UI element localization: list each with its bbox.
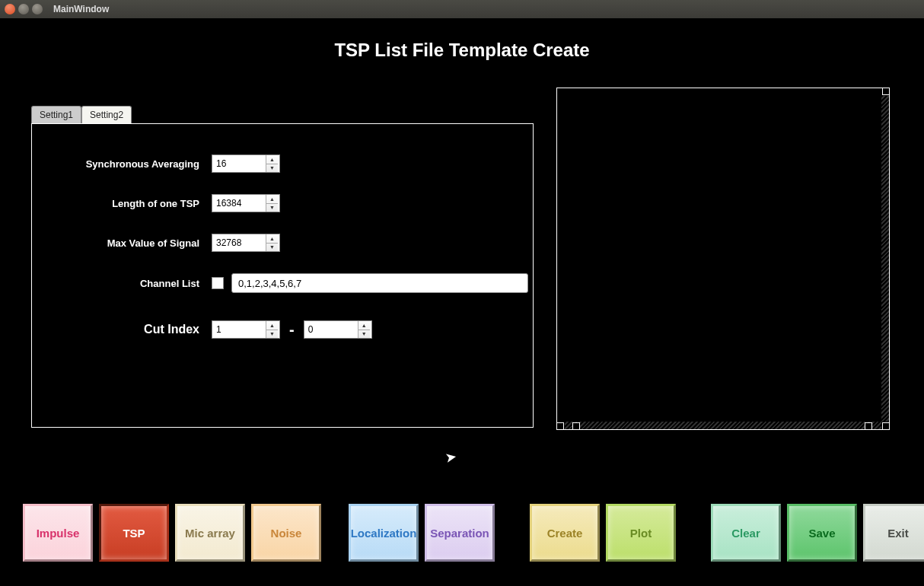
impulse-button[interactable]: Impulse [23, 504, 93, 562]
sync-averaging-spin-down[interactable]: ▼ [266, 164, 278, 173]
resize-handle-bottom-left[interactable] [556, 422, 564, 430]
window-close-button[interactable] [5, 4, 15, 14]
resize-handle-top-right[interactable] [882, 88, 890, 95]
max-signal-spinbox[interactable]: ▲ ▼ [212, 234, 280, 252]
settings-tab-container: Setting1 Setting2 Synchronous Averaging … [31, 106, 534, 428]
sync-averaging-spin-controls: ▲ ▼ [266, 155, 278, 172]
cut-index-start-spin-controls: ▲ ▼ [266, 321, 278, 338]
max-signal-spin-up[interactable]: ▲ [266, 234, 278, 244]
noise-button[interactable]: Noise [251, 504, 321, 562]
row-sync-averaging: Synchronous Averaging ▲ ▼ [32, 154, 533, 173]
tsp-length-label: Length of one TSP [62, 198, 199, 209]
tsp-button[interactable]: TSP [99, 504, 169, 562]
create-button[interactable]: Create [530, 504, 600, 562]
row-tsp-length: Length of one TSP ▲ ▼ [32, 194, 533, 212]
cut-index-end-spin-up[interactable]: ▲ [358, 321, 370, 330]
max-signal-label: Max Value of Signal [62, 237, 199, 249]
cut-index-start-spin-down[interactable]: ▼ [266, 330, 278, 339]
tsp-length-input[interactable] [212, 195, 266, 212]
cut-index-start-input[interactable] [212, 321, 266, 338]
cut-index-separator: - [289, 321, 295, 339]
window-maximize-button[interactable] [32, 4, 43, 14]
channel-list-label: Channel List [62, 278, 199, 289]
mouse-cursor-icon: ➤ [444, 448, 458, 467]
cut-index-start-spinbox[interactable]: ▲ ▼ [212, 320, 280, 339]
tsp-length-spinbox[interactable]: ▲ ▼ [212, 194, 280, 212]
tab-setting1[interactable]: Setting1 [31, 106, 81, 123]
clear-button[interactable]: Clear [711, 504, 781, 562]
tab-setting2[interactable]: Setting2 [81, 106, 132, 123]
sync-averaging-input[interactable] [212, 155, 266, 172]
row-channel-list: Channel List [32, 273, 533, 293]
titlebar: MainWindow [0, 0, 924, 18]
button-gap [501, 504, 524, 562]
row-max-signal: Max Value of Signal ▲ ▼ [32, 234, 533, 252]
cut-index-end-input[interactable] [304, 321, 358, 338]
mic-array-button[interactable]: Mic array [175, 504, 245, 562]
preview-hatching-bottom [565, 422, 881, 429]
tsp-length-spin-down[interactable]: ▼ [266, 204, 278, 212]
preview-hatching-right [881, 96, 889, 422]
exit-button[interactable]: Exit [863, 504, 924, 562]
max-signal-spin-down[interactable]: ▼ [266, 244, 278, 252]
localization-button[interactable]: Localization [349, 504, 419, 562]
settings-panel: Synchronous Averaging ▲ ▼ Length of one … [31, 123, 534, 428]
action-button-row: Impulse TSP Mic array Noise Localization… [23, 504, 924, 562]
cut-index-end-spin-controls: ▲ ▼ [358, 321, 370, 338]
channel-list-checkbox[interactable] [212, 277, 224, 289]
window-minimize-button[interactable] [18, 4, 29, 14]
window-title: MainWindow [53, 4, 109, 14]
row-cut-index: Cut Index ▲ ▼ - ▲ ▼ [32, 320, 533, 339]
resize-handle-bottom-right[interactable] [882, 422, 890, 430]
tab-strip: Setting1 Setting2 [31, 106, 534, 123]
button-gap [682, 504, 705, 562]
resize-handle-bottom-right-inner[interactable] [865, 422, 872, 430]
tsp-length-spin-up[interactable]: ▲ [266, 195, 278, 204]
sync-averaging-label: Synchronous Averaging [62, 158, 199, 170]
save-button[interactable]: Save [787, 504, 857, 562]
cut-index-label: Cut Index [62, 323, 199, 336]
cut-index-end-spinbox[interactable]: ▲ ▼ [304, 320, 372, 339]
channel-list-input[interactable] [231, 273, 528, 293]
cut-index-start-spin-up[interactable]: ▲ [266, 321, 278, 330]
cut-index-end-spin-down[interactable]: ▼ [358, 330, 370, 339]
plot-button[interactable]: Plot [606, 504, 676, 562]
button-gap [327, 504, 343, 562]
separation-button[interactable]: Separation [425, 504, 495, 562]
page-title: TSP List File Template Create [0, 40, 924, 61]
tsp-length-spin-controls: ▲ ▼ [266, 195, 278, 212]
resize-handle-bottom-left-inner[interactable] [572, 422, 580, 430]
max-signal-spin-controls: ▲ ▼ [266, 234, 278, 251]
sync-averaging-spinbox[interactable]: ▲ ▼ [212, 154, 280, 173]
content-area: TSP List File Template Create Setting1 S… [0, 18, 924, 586]
max-signal-input[interactable] [212, 234, 266, 251]
sync-averaging-spin-up[interactable]: ▲ [266, 155, 278, 164]
preview-pane [556, 88, 890, 430]
